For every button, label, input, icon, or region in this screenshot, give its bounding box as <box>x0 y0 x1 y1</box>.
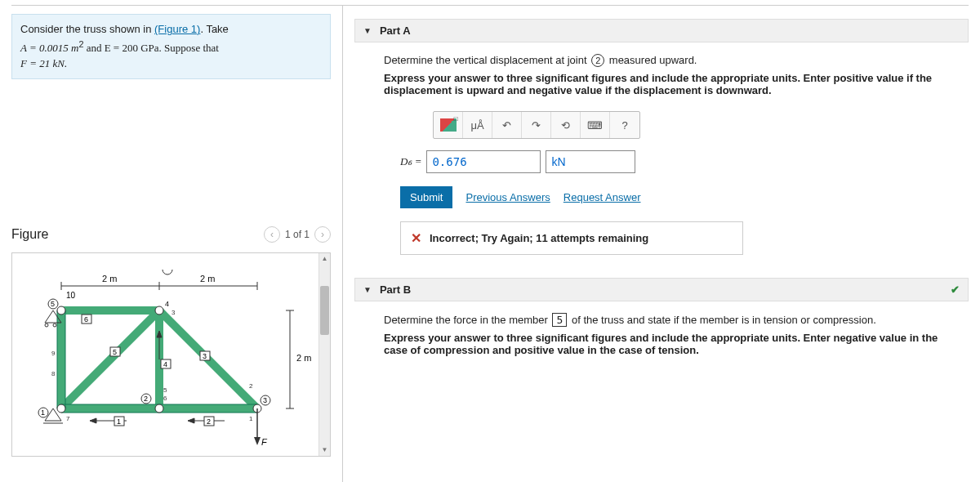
svg-text:3: 3 <box>203 352 207 360</box>
svg-text:8: 8 <box>51 370 56 377</box>
variable-label: D₆ = <box>400 155 421 168</box>
svg-point-13 <box>57 404 65 413</box>
svg-text:7: 7 <box>66 415 70 422</box>
svg-text:6: 6 <box>163 395 167 402</box>
svg-point-55 <box>163 270 172 274</box>
svg-marker-32 <box>90 418 96 423</box>
svg-text:10: 10 <box>66 291 76 300</box>
collapse-icon: ▼ <box>363 26 372 35</box>
svg-text:2: 2 <box>144 395 148 403</box>
svg-text:5: 5 <box>163 386 167 394</box>
feedback-text: Incorrect; Try Again; 11 attempts remain… <box>430 232 648 244</box>
svg-text:2 m: 2 m <box>296 353 311 363</box>
svg-text:1: 1 <box>41 408 45 417</box>
svg-text:5: 5 <box>113 348 117 356</box>
request-answer-link[interactable]: Request Answer <box>564 191 641 203</box>
scroll-down-icon[interactable]: ▼ <box>319 444 330 456</box>
svg-text:3: 3 <box>263 396 267 404</box>
template-button[interactable] <box>434 112 463 138</box>
answer-toolbar: μÅ ↶ ↷ ⟲ ⌨ ? <box>433 111 640 139</box>
value-input[interactable] <box>426 150 541 173</box>
svg-text:F: F <box>261 437 268 447</box>
svg-marker-30 <box>254 437 261 445</box>
svg-text:2 m: 2 m <box>200 274 215 283</box>
feedback-box: ✕ Incorrect; Try Again; 11 attempts rema… <box>400 221 743 255</box>
figure-pager-text: 1 of 1 <box>285 229 310 240</box>
figure-title: Figure <box>11 227 48 242</box>
part-a-header[interactable]: ▼ Part A <box>354 19 969 42</box>
svg-point-14 <box>155 404 163 413</box>
svg-text:4: 4 <box>165 300 169 308</box>
check-icon: ✔ <box>951 283 960 296</box>
part-a-format-hint: Express your answer to three significant… <box>384 72 956 96</box>
svg-point-19 <box>45 324 48 327</box>
svg-point-20 <box>53 324 56 327</box>
figure-scrollbar[interactable]: ▲ ▼ <box>318 253 330 456</box>
part-b-header[interactable]: ▼ Part B ✔ <box>354 278 969 301</box>
keyboard-button[interactable]: ⌨ <box>581 112 610 138</box>
scroll-thumb[interactable] <box>320 286 329 335</box>
svg-text:3: 3 <box>172 309 176 316</box>
previous-answers-link[interactable]: Previous Answers <box>466 191 550 203</box>
units-button[interactable]: μÅ <box>463 112 492 138</box>
svg-text:2: 2 <box>207 417 211 426</box>
scroll-up-icon[interactable]: ▲ <box>319 253 330 265</box>
part-a-title: Part A <box>380 25 411 37</box>
svg-marker-34 <box>188 418 194 423</box>
svg-point-17 <box>155 306 163 315</box>
svg-point-16 <box>57 306 65 315</box>
svg-text:1: 1 <box>249 415 253 422</box>
part-b-format-hint: Express your answer to three significant… <box>384 332 956 356</box>
svg-text:9: 9 <box>51 350 56 357</box>
svg-text:1: 1 <box>117 417 121 426</box>
truss-diagram: 1 2 4 5 3 6 1 2 3 4 5 2 m 2 m 2 m <box>37 270 314 449</box>
figure-prev-button[interactable]: ‹ <box>264 226 280 243</box>
part-b-title: Part B <box>380 283 411 296</box>
incorrect-icon: ✕ <box>411 230 421 246</box>
svg-text:4: 4 <box>163 360 167 368</box>
undo-button[interactable]: ↶ <box>492 112 522 138</box>
reset-button[interactable]: ⟲ <box>551 112 581 138</box>
part-b-instruction: Determine the force in the member 5 of t… <box>384 313 956 327</box>
svg-text:2: 2 <box>249 382 253 390</box>
collapse-icon: ▼ <box>363 285 372 294</box>
submit-button[interactable]: Submit <box>400 186 452 208</box>
svg-text:6: 6 <box>84 315 88 324</box>
figure-next-button[interactable]: › <box>314 226 331 243</box>
svg-text:2 m: 2 m <box>102 274 117 283</box>
part-a-instruction: Determine the vertical displacement at j… <box>384 54 956 67</box>
problem-statement: Consider the truss shown in (Figure 1). … <box>11 14 331 79</box>
help-button[interactable]: ? <box>610 112 639 138</box>
figure-link[interactable]: (Figure 1) <box>154 23 200 35</box>
svg-text:5: 5 <box>51 300 55 308</box>
unit-input[interactable] <box>546 150 635 173</box>
figure-panel: 1 2 4 5 3 6 1 2 3 4 5 2 m 2 m 2 m <box>11 252 331 457</box>
redo-button[interactable]: ↷ <box>522 112 551 138</box>
